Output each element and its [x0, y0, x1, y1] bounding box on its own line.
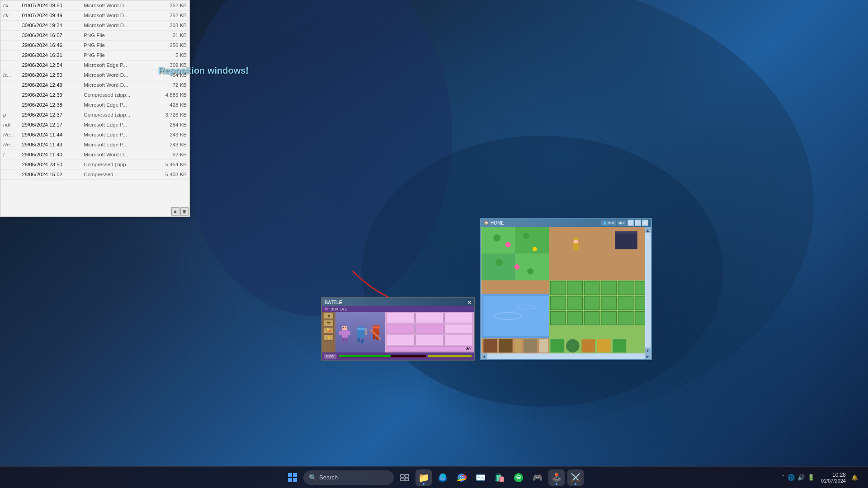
file-ext	[0, 60, 19, 70]
table-row[interactable]: 29/06/2024 16:21 PNG File 5 KB	[0, 50, 189, 60]
battle-close-btn[interactable]: ✕	[467, 300, 471, 305]
enemy-slot-5[interactable]	[415, 324, 444, 334]
table-row[interactable]: cx 01/07/2024 09:50 Microsoft Word D... …	[0, 0, 189, 10]
desktop: cx 01/07/2024 09:50 Microsoft Word D... …	[0, 0, 868, 488]
start-button[interactable]	[284, 469, 301, 486]
map-window[interactable]: 🏠 HOME 💧536 ⊕1 _ □ ✕	[480, 218, 652, 360]
svg-rect-5	[348, 331, 350, 335]
new-button[interactable]: NEW	[324, 353, 337, 359]
map-counter-2[interactable]: ⊕1	[617, 220, 627, 226]
file-size: 5,454 KB	[153, 160, 189, 169]
file-ext: cx	[0, 0, 19, 10]
file-type: PNG File	[81, 40, 153, 50]
svg-rect-3	[342, 330, 348, 338]
file-date: 30/06/2024 16:07	[19, 30, 81, 40]
table-row[interactable]: 30/06/2024 16:07 PNG File 21 KB	[0, 30, 189, 40]
chevron-tray-icon[interactable]: ˄	[782, 474, 785, 481]
file-ext	[0, 160, 19, 169]
battle-title: BATTLE	[325, 300, 342, 305]
svg-rect-74	[597, 339, 611, 353]
file-size: 4,885 KB	[153, 90, 189, 100]
map-counter-1[interactable]: 💧536	[601, 220, 616, 226]
battle-icon-1[interactable]: 🗡	[324, 313, 334, 319]
table-row[interactable]: 29/06/2024 12:39 Compressed (zipp... 4,8…	[0, 90, 189, 100]
table-row[interactable]: 29/06/2024 12:49 Microsoft Word D... 72 …	[0, 80, 189, 90]
enemy-slot-7[interactable]	[386, 335, 415, 345]
table-row[interactable]: ndf 29/06/2024 12:17 Microsoft Edge P...…	[0, 120, 189, 130]
game1-button[interactable]: 🎮	[529, 469, 546, 486]
enemy-slot-6[interactable]	[444, 324, 473, 334]
file-ext	[0, 169, 19, 179]
battle-icon-3[interactable]: 💊	[324, 327, 334, 333]
table-row[interactable]: p 29/06/2024 12:37 Compressed (zipp... 3…	[0, 110, 189, 120]
enemy-slot-2[interactable]	[415, 313, 444, 323]
svg-rect-52	[618, 281, 633, 295]
file-size: 428 KB	[153, 100, 189, 110]
battle-window[interactable]: BATTLE ✕ 👾 BBX LV.2 🗡 🛡 💊 ⚡	[321, 297, 475, 361]
file-explorer-window[interactable]: cx 01/07/2024 09:50 Microsoft Word D... …	[0, 0, 190, 217]
file-explorer-taskbar-wrap: 📁	[415, 469, 432, 486]
mail-button[interactable]: ✉️	[472, 469, 489, 486]
file-type: PNG File	[81, 50, 153, 60]
svg-rect-37	[566, 227, 651, 285]
svg-rect-63	[601, 311, 617, 325]
file-date: 28/06/2024 23:50	[19, 160, 81, 169]
char-sprite-1	[335, 316, 354, 352]
file-size: 52 KB	[153, 150, 189, 160]
task-view-wrap	[396, 469, 413, 486]
svg-point-36	[527, 268, 533, 275]
file-ext: Re...	[0, 130, 19, 140]
volume-icon[interactable]: 🔊	[797, 474, 805, 481]
file-type: Compressed (zipp...	[81, 160, 153, 169]
svg-text:►: ►	[646, 354, 650, 359]
battle-characters	[335, 312, 385, 352]
file-type: Microsoft Word D...	[81, 10, 153, 20]
table-row[interactable]: t... 29/06/2024 11:40 Microsoft Word D..…	[0, 150, 189, 160]
task-view-button[interactable]	[396, 469, 413, 486]
file-type: Compressed ...	[81, 169, 153, 179]
battle-counter: 30	[386, 346, 473, 352]
enemy-slot-1[interactable]	[386, 313, 415, 323]
edge-button[interactable]	[434, 469, 451, 486]
search-icon: 🔍	[309, 474, 316, 481]
table-row[interactable]: 28/06/2024 23:50 Compressed (zipp... 5,4…	[0, 160, 189, 169]
svg-rect-50	[584, 281, 599, 295]
search-bar[interactable]: 🔍 Search	[303, 470, 394, 485]
list-view-btn[interactable]: ≡	[171, 207, 179, 216]
svg-rect-54	[550, 296, 566, 310]
battery-icon[interactable]: 🔋	[807, 474, 815, 481]
battle-icon-4[interactable]: ⚡	[324, 334, 334, 341]
file-date: 01/07/2024 09:50	[19, 0, 81, 10]
system-tray: ˄ 🌐 🔊 🔋 10:28 01/07/2024 🔔	[775, 467, 868, 488]
notification-area[interactable]: 🔔	[849, 474, 860, 481]
map-minimize-btn[interactable]: _	[627, 220, 634, 226]
map-close-btn[interactable]: ✕	[642, 220, 648, 226]
svg-text:◄: ◄	[482, 354, 486, 359]
details-view-btn[interactable]: ⊞	[180, 207, 189, 216]
svg-rect-67	[499, 339, 513, 353]
table-row[interactable]: 29/06/2024 16:46 PNG File 256 KB	[0, 40, 189, 50]
svg-point-33	[533, 247, 537, 251]
enemy-slot-4[interactable]	[386, 324, 415, 334]
game2-active-dot	[556, 483, 557, 485]
table-row[interactable]: ck 01/07/2024 09:49 Microsoft Word D... …	[0, 10, 189, 20]
enemy-slot-3[interactable]	[444, 313, 473, 323]
table-row[interactable]: 30/06/2024 19:34 Microsoft Word D... 203…	[0, 20, 189, 30]
table-row[interactable]: 29/06/2024 12:38 Microsoft Edge P... 428…	[0, 100, 189, 110]
table-row[interactable]: Re... 29/06/2024 11:44 Microsoft Edge P.…	[0, 130, 189, 140]
map-maximize-btn[interactable]: □	[635, 220, 641, 226]
time-block[interactable]: 10:28 01/07/2024	[819, 472, 848, 483]
svg-text:▼: ▼	[646, 348, 650, 353]
chrome-button[interactable]	[453, 469, 470, 486]
svg-rect-7	[345, 338, 347, 342]
show-desktop-btn[interactable]	[862, 469, 864, 486]
network-icon[interactable]: 🌐	[788, 474, 795, 481]
table-row[interactable]: Re... 29/06/2024 11:43 Microsoft Edge P.…	[0, 140, 189, 150]
store-button[interactable]: 🛍️	[491, 469, 508, 486]
enemy-slot-8[interactable]	[415, 335, 444, 345]
svg-rect-73	[582, 339, 595, 353]
spotify-button[interactable]	[510, 469, 527, 486]
battle-icon-2[interactable]: 🛡	[324, 320, 334, 326]
table-row[interactable]: 28/06/2024 15:02 Compressed ... 5,403 KB	[0, 169, 189, 179]
enemy-slot-9[interactable]	[444, 335, 473, 345]
